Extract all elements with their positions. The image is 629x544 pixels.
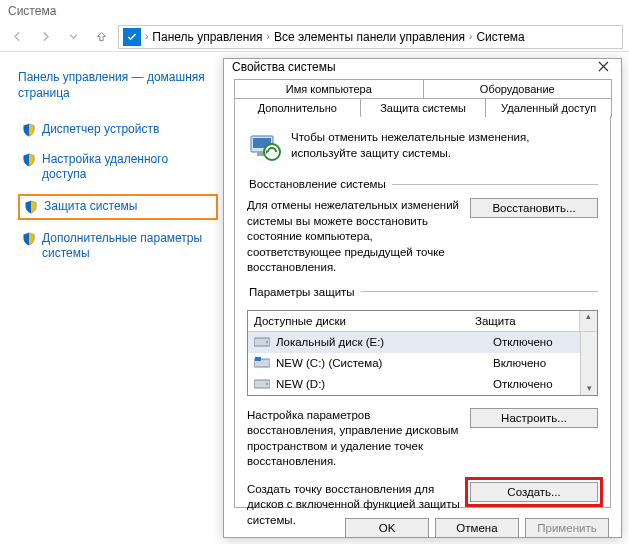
disk-name: Локальный диск (E:) xyxy=(276,336,384,348)
tab-computer-name[interactable]: Имя компьютера xyxy=(234,79,424,98)
protection-params-group: Параметры защиты Доступные диски Защита … xyxy=(247,286,598,529)
scrollbar[interactable]: ▾ xyxy=(580,332,597,395)
chevron-right-icon: › xyxy=(267,31,270,42)
table-row[interactable]: NEW (C:) (Система) Включено xyxy=(248,353,597,374)
create-button[interactable]: Создать... xyxy=(470,482,598,502)
drive-icon xyxy=(254,336,270,348)
sidebar-link-advanced-settings[interactable]: Дополнительные параметры системы xyxy=(18,228,218,265)
drive-icon xyxy=(254,378,270,390)
drive-icon xyxy=(254,357,270,369)
sidebar-link-label: Дополнительные параметры системы xyxy=(42,231,214,262)
tab-hardware[interactable]: Оборудование xyxy=(423,79,613,98)
restore-group: Восстановление системы Для отмены нежела… xyxy=(247,178,598,276)
create-description: Создать точку восстановления для дисков … xyxy=(247,482,462,529)
close-icon xyxy=(598,61,609,72)
shield-icon xyxy=(22,123,36,137)
configure-description: Настройка параметров восстановления, упр… xyxy=(247,408,462,470)
col-header-disk[interactable]: Доступные диски xyxy=(248,315,469,327)
breadcrumb-item[interactable]: Панель управления xyxy=(152,30,262,44)
restore-description: Для отмены нежелательных изменений систе… xyxy=(247,198,462,276)
tab-system-protection[interactable]: Защита системы xyxy=(360,98,487,117)
breadcrumb[interactable]: › Панель управления › Все элементы панел… xyxy=(118,25,623,49)
sidebar: Панель управления — домашняя страница Ди… xyxy=(18,70,218,273)
tab-advanced[interactable]: Дополнительно xyxy=(234,98,361,117)
svg-point-9 xyxy=(266,383,268,385)
chevron-right-icon: › xyxy=(469,31,472,42)
table-row[interactable]: Локальный диск (E:) Отключено xyxy=(248,332,597,353)
protection-params-label: Параметры защиты xyxy=(247,286,361,298)
sidebar-link-label: Защита системы xyxy=(44,199,137,215)
breadcrumb-item[interactable]: Система xyxy=(476,30,524,44)
svg-point-5 xyxy=(266,341,268,343)
shield-icon xyxy=(24,200,38,214)
breadcrumb-item[interactable]: Все элементы панели управления xyxy=(274,30,465,44)
disk-name: NEW (C:) (Система) xyxy=(276,357,382,369)
sidebar-link-system-protection[interactable]: Защита системы xyxy=(18,194,218,220)
shield-icon xyxy=(22,153,36,167)
shield-icon xyxy=(22,232,36,246)
control-panel-icon xyxy=(123,28,141,46)
sidebar-link-remote-settings[interactable]: Настройка удаленного доступа xyxy=(18,149,218,186)
nav-bar: › Панель управления › Все элементы панел… xyxy=(0,22,629,52)
restore-group-label: Восстановление системы xyxy=(247,178,392,190)
table-header: Доступные диски Защита ▴ xyxy=(248,311,597,332)
svg-rect-7 xyxy=(255,357,261,361)
sidebar-link-label: Настройка удаленного доступа xyxy=(42,152,214,183)
disks-table[interactable]: Доступные диски Защита ▴ Локальный диск … xyxy=(247,310,598,396)
forward-button[interactable] xyxy=(34,26,56,48)
intro-text: Чтобы отменить нежелательные изменения, … xyxy=(291,130,598,164)
up-button[interactable] xyxy=(90,26,112,48)
col-header-protection[interactable]: Защита xyxy=(469,315,579,327)
system-properties-dialog: Свойства системы Имя компьютера Оборудов… xyxy=(223,58,622,538)
window-title: Система xyxy=(0,0,629,22)
table-row[interactable]: NEW (D:) Отключено xyxy=(248,374,597,395)
tab-remote[interactable]: Удаленный доступ xyxy=(485,98,612,117)
sidebar-link-label: Диспетчер устройств xyxy=(42,122,159,138)
close-button[interactable] xyxy=(573,59,613,75)
recent-locations-button[interactable] xyxy=(62,26,84,48)
disk-name: NEW (D:) xyxy=(276,378,325,390)
back-button[interactable] xyxy=(6,26,28,48)
chevron-right-icon: › xyxy=(145,31,148,42)
sidebar-link-device-manager[interactable]: Диспетчер устройств xyxy=(18,119,218,141)
scroll-down-icon: ▾ xyxy=(587,383,592,393)
configure-button[interactable]: Настроить... xyxy=(470,408,598,428)
dialog-title: Свойства системы xyxy=(232,60,573,74)
control-panel-home-link[interactable]: Панель управления — домашняя страница xyxy=(18,70,218,101)
tab-panel: Чтобы отменить нежелательные изменения, … xyxy=(234,116,611,508)
restore-button[interactable]: Восстановить... xyxy=(470,198,598,218)
dialog-titlebar[interactable]: Свойства системы xyxy=(224,59,621,75)
system-protection-icon xyxy=(247,130,281,164)
scroll-up-button[interactable]: ▴ xyxy=(579,311,597,331)
